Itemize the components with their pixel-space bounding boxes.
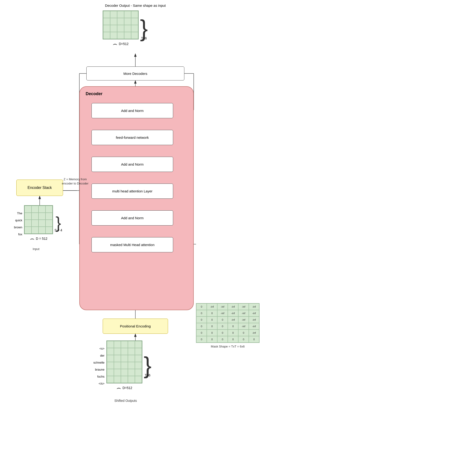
- mask-cell: 0: [196, 336, 207, 343]
- mask-cell: -inf: [207, 304, 217, 310]
- input-matrix-bottom-container: <s> der schnelle braune fuchs </s>: [93, 340, 151, 391]
- mask-cell: 0: [207, 317, 217, 323]
- cell: [46, 227, 53, 234]
- input-label: Input: [33, 247, 39, 251]
- decoder-outer-box: Decoder Add and Norm feed-forward networ…: [79, 86, 194, 310]
- d512-top-label: D=512: [119, 42, 128, 46]
- mask-shape-label: Mask Shape = TxT = 6x6: [211, 345, 245, 348]
- cell: [117, 11, 124, 18]
- ffn-box: feed-forward network: [91, 130, 173, 145]
- mask-cell: -inf: [238, 310, 249, 317]
- mask-cell: 0: [207, 330, 217, 336]
- mask-cell: -inf: [228, 304, 238, 310]
- cell: [32, 227, 38, 234]
- cell: [117, 25, 124, 32]
- mask-cell: -inf: [249, 330, 259, 336]
- cell: [128, 362, 135, 369]
- mask-cell: -inf: [228, 317, 238, 323]
- mask-cell: 0: [196, 323, 207, 330]
- cell: [38, 227, 46, 234]
- cell: [117, 32, 124, 39]
- mask-cell: -inf: [249, 317, 259, 323]
- encoder-stack-label: Encoder Stack: [28, 186, 52, 190]
- decoder-output-label: Decoder Output - Same shape as input: [86, 3, 184, 7]
- mask-cell: 0: [207, 323, 217, 330]
- mask-cell: 0: [196, 304, 207, 310]
- mask-cell: -inf: [249, 304, 259, 310]
- mha-box: multi head attention Layer: [91, 184, 173, 199]
- cell: [110, 32, 117, 39]
- mask-cell: 0: [196, 330, 207, 336]
- mask-cell: -inf: [249, 310, 259, 317]
- positional-encoding-box: Positional Encoding: [103, 319, 168, 334]
- cell: [107, 348, 114, 355]
- z-memory-label: Z = Memory from encoder to Decoder: [62, 177, 89, 186]
- cell: [121, 376, 128, 383]
- cell: [131, 18, 138, 25]
- mask-cell: 0: [249, 336, 259, 343]
- cell: [135, 348, 142, 355]
- output-words: <s> der schnelle braune fuchs </s>: [93, 345, 105, 387]
- cell: [46, 213, 53, 220]
- cell: [24, 213, 32, 220]
- cell: [24, 220, 32, 227]
- add-norm-2-label: Add and Norm: [121, 162, 144, 166]
- add-norm-3-label: Add and Norm: [121, 216, 144, 220]
- mask-cell: -inf: [238, 317, 249, 323]
- ffn-label: feed-forward network: [116, 136, 149, 139]
- cell: [110, 18, 117, 25]
- diagram-container: Decoder Output - Same shape as input ⌢ D…: [0, 0, 470, 476]
- input-left-matrix-grid: [24, 205, 53, 234]
- cell: [38, 206, 46, 213]
- cell: [128, 348, 135, 355]
- cell: [107, 369, 114, 376]
- cell: [128, 341, 135, 348]
- cell: [128, 369, 135, 376]
- cell: [103, 11, 110, 18]
- cell: [107, 341, 114, 348]
- cell: [32, 213, 38, 220]
- mask-cell: 0: [238, 330, 249, 336]
- d512-bottom-label: D=512: [123, 386, 132, 390]
- cell: [121, 369, 128, 376]
- mask-matrix-container: 0-inf-inf-inf-inf-inf00-inf-inf-inf-inf0…: [196, 303, 259, 348]
- cell: [135, 341, 142, 348]
- cell: [121, 341, 128, 348]
- mask-cell: 0: [228, 330, 238, 336]
- cell: [46, 220, 53, 227]
- mask-cell: -inf: [217, 304, 228, 310]
- masked-mha-box: masked Multi Head attention: [91, 237, 173, 252]
- encoder-stack-box: Encoder Stack: [16, 180, 63, 196]
- input-words: The quick brown fox: [14, 210, 22, 238]
- input-matrix-left-container: The quick brown fox ⌢ D = 512 } S = 4: [14, 205, 62, 242]
- add-norm-2-box: Add and Norm: [91, 157, 173, 172]
- mask-cell: 0: [228, 323, 238, 330]
- cell: [32, 206, 38, 213]
- cell: [38, 213, 46, 220]
- pos-encoding-label: Positional Encoding: [120, 324, 151, 328]
- mask-cell: 0: [196, 310, 207, 317]
- mask-cell: 0: [228, 336, 238, 343]
- mask-cell: -inf: [238, 323, 249, 330]
- mha-label: multi head attention Layer: [112, 189, 153, 193]
- cell: [124, 25, 131, 32]
- cell: [128, 376, 135, 383]
- mask-cell: 0: [217, 330, 228, 336]
- cell: [110, 25, 117, 32]
- cell: [103, 32, 110, 39]
- mask-cell: -inf: [217, 310, 228, 317]
- cell: [121, 348, 128, 355]
- more-decoders-box: More Decoders: [86, 67, 184, 81]
- t6-bottom-label: T=6: [145, 373, 150, 377]
- masked-mha-label: masked Multi Head attention: [110, 243, 155, 247]
- cell: [107, 355, 114, 362]
- cell: [114, 355, 121, 362]
- mask-cell: -inf: [238, 304, 249, 310]
- cell: [114, 348, 121, 355]
- cell: [24, 206, 32, 213]
- decoder-title: Decoder: [86, 91, 189, 96]
- mask-cell: 0: [238, 336, 249, 343]
- cell: [131, 32, 138, 39]
- add-norm-1-box: Add and Norm: [91, 103, 173, 118]
- cell: [114, 362, 121, 369]
